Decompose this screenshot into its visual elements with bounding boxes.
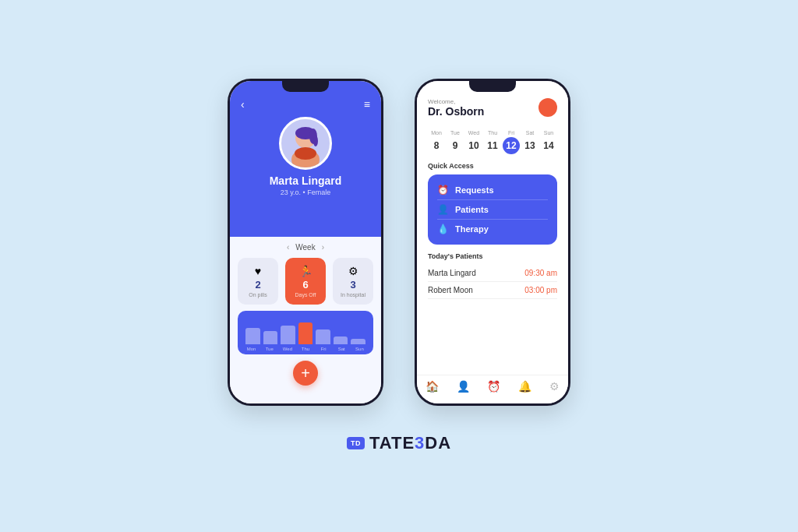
- logo-text: TATE3DA: [369, 433, 451, 453]
- patient-row-2-time: 03:00 pm: [524, 286, 557, 294]
- stat-number-days: 6: [302, 279, 308, 291]
- phone2: Welcome, Dr. Osborn Mon 8 Tue 9 Wed 10: [415, 79, 570, 406]
- stat-number-pills: 2: [255, 279, 260, 291]
- phone1-topbar: ‹ ≡: [230, 97, 381, 117]
- stat-number-hospital: 3: [350, 279, 355, 291]
- cal-day-mon[interactable]: Mon 8: [428, 130, 445, 154]
- label-fri: Fri: [316, 347, 331, 351]
- nav-person-icon[interactable]: 👤: [457, 380, 470, 393]
- bar-mon: [245, 328, 260, 344]
- label-mon: Mon: [244, 347, 259, 351]
- nav-home-icon[interactable]: 🏠: [425, 380, 439, 393]
- bar-wed: [281, 326, 295, 345]
- todays-patients-title: Today's Patients: [428, 252, 557, 260]
- svg-point-5: [295, 147, 316, 160]
- quick-access-title: Quick Access: [428, 162, 557, 170]
- heart-icon: ♥: [255, 265, 261, 277]
- cal-num-wed: 10: [465, 137, 482, 154]
- label-tue: Tue: [262, 347, 277, 351]
- nav-bell-icon[interactable]: 🔔: [518, 380, 531, 393]
- stats-row: ♥ 2 On pills 🏃 6 Days Off ⚙ 3 In hospita…: [238, 258, 373, 305]
- cal-num-mon: 8: [428, 137, 445, 154]
- cal-name-wed: Wed: [468, 130, 479, 136]
- calendar-row: Mon 8 Tue 9 Wed 10 Thu 11 Fri 12: [428, 130, 557, 154]
- qa-requests[interactable]: ⏰ Requests: [437, 181, 548, 200]
- phones-container: ‹ ≡ Marta Lingard 23: [228, 79, 570, 406]
- notification-dot[interactable]: [538, 98, 557, 117]
- svg-point-4: [313, 136, 318, 146]
- phone2-notch: [469, 81, 516, 92]
- fab-button[interactable]: +: [293, 361, 318, 386]
- phone1-notch: [282, 81, 329, 92]
- qa-therapy-label: Therapy: [455, 224, 489, 234]
- cal-num-sun: 14: [540, 137, 557, 154]
- cal-day-tue[interactable]: Tue 9: [447, 130, 464, 154]
- bar-sat: [334, 336, 348, 345]
- stat-in-hospital[interactable]: ⚙ 3 In hospital: [333, 258, 373, 305]
- cal-num-fri: 12: [503, 137, 520, 154]
- cal-num-thu: 11: [484, 137, 501, 154]
- bar-tue: [263, 331, 278, 345]
- phone2-toprow: Welcome, Dr. Osborn: [428, 98, 557, 124]
- stat-label-hospital: In hospital: [341, 292, 365, 298]
- chart-bars: [244, 317, 367, 344]
- bar-fri: [316, 329, 330, 344]
- patient-row-1[interactable]: Marta Lingard 09:30 am: [428, 265, 557, 282]
- run-icon: 🏃: [299, 265, 312, 277]
- welcome-text: Welcome,: [428, 98, 484, 105]
- bar-sun: [351, 339, 365, 344]
- phone1: ‹ ≡ Marta Lingard 23: [228, 79, 383, 406]
- logo-container: TD TATE3DA: [347, 433, 451, 453]
- cal-name-fri: Fri: [508, 130, 514, 136]
- patient-name: Marta Lingard: [270, 174, 342, 187]
- phone1-body: ‹ Week › ♥ 2 On pills 🏃 6 Days Off ⚙ 3: [230, 237, 381, 403]
- chart-labels: Mon Tue Wed Thu Fri Sat Sun: [244, 347, 367, 351]
- back-icon[interactable]: ‹: [241, 98, 245, 111]
- cal-name-mon: Mon: [431, 130, 442, 136]
- qa-requests-label: Requests: [455, 185, 494, 195]
- quick-access-card: ⏰ Requests 👤 Patients 💧 Therapy: [428, 174, 557, 245]
- label-thu: Thu: [298, 347, 312, 351]
- week-next[interactable]: ›: [322, 243, 324, 252]
- bar-thu: [298, 322, 313, 344]
- drop-icon: 💧: [437, 224, 449, 234]
- stat-days-off[interactable]: 🏃 6 Days Off: [285, 258, 326, 305]
- qa-therapy[interactable]: 💧 Therapy: [437, 220, 548, 238]
- label-wed: Wed: [280, 347, 295, 351]
- nav-clock-icon[interactable]: ⏰: [487, 380, 500, 393]
- phone1-header: ‹ ≡ Marta Lingard 23: [230, 81, 381, 237]
- week-nav: ‹ Week ›: [238, 243, 373, 252]
- stat-label-pills: On pills: [249, 292, 267, 298]
- cal-day-thu[interactable]: Thu 11: [484, 130, 501, 154]
- stat-label-days: Days Off: [295, 292, 316, 298]
- phone2-body: Welcome, Dr. Osborn Mon 8 Tue 9 Wed 10: [417, 81, 568, 403]
- avatar: [279, 117, 332, 170]
- qa-patients[interactable]: 👤 Patients: [437, 200, 548, 220]
- patient-row-1-time: 09:30 am: [524, 269, 557, 277]
- cal-name-thu: Thu: [488, 130, 497, 136]
- menu-icon[interactable]: ≡: [364, 98, 370, 111]
- patient-info: 23 y.o. • Female: [281, 188, 331, 196]
- patient-row-2-name: Robert Moon: [428, 286, 473, 294]
- cal-day-sun[interactable]: Sun 14: [540, 130, 557, 154]
- patients-list: Marta Lingard 09:30 am Robert Moon 03:00…: [428, 265, 557, 299]
- clock-icon: ⏰: [437, 185, 449, 196]
- logo-badge: TD: [347, 437, 365, 449]
- qa-patients-label: Patients: [455, 205, 489, 214]
- cal-day-wed[interactable]: Wed 10: [465, 130, 482, 154]
- doctor-name: Dr. Osborn: [428, 105, 484, 118]
- cal-day-fri[interactable]: Fri 12: [503, 130, 520, 154]
- stat-on-pills[interactable]: ♥ 2 On pills: [238, 258, 278, 305]
- cal-num-tue: 9: [447, 137, 464, 154]
- label-sun: Sun: [352, 347, 367, 351]
- cal-name-tue: Tue: [450, 130, 460, 136]
- cal-day-sat[interactable]: Sat 13: [521, 130, 538, 154]
- week-prev[interactable]: ‹: [287, 243, 289, 252]
- nav-gear-icon[interactable]: ⚙: [549, 380, 560, 393]
- patient-row-2[interactable]: Robert Moon 03:00 pm: [428, 282, 557, 299]
- patient-row-1-name: Marta Lingard: [428, 269, 476, 277]
- cal-name-sat: Sat: [526, 130, 535, 136]
- cal-name-sun: Sun: [544, 130, 553, 136]
- label-sat: Sat: [334, 347, 349, 351]
- activity-chart: Mon Tue Wed Thu Fri Sat Sun: [238, 311, 373, 354]
